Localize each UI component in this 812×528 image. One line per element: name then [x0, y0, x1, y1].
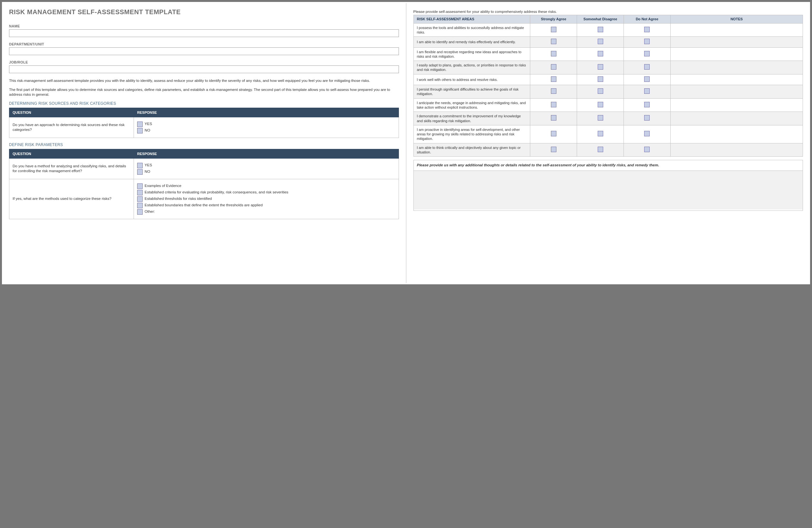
rating-cell	[624, 125, 670, 143]
checkbox-somewhat-disagree[interactable]	[598, 76, 603, 82]
option-criteria: Established criteria for evaluating risk…	[137, 190, 395, 195]
option-thresholds: Established thresholds for risks identif…	[137, 196, 395, 202]
question-cell: If yes, what are the methods used to cat…	[9, 179, 134, 219]
no-label: NO	[145, 128, 150, 133]
name-field[interactable]	[9, 29, 399, 37]
assessment-area-cell: I anticipate the needs, engage in addres…	[414, 98, 530, 112]
notes-cell[interactable]	[670, 74, 803, 85]
dept-label: DEPARTMENT/UNIT	[9, 42, 399, 46]
page-title: RISK MANAGEMENT SELF-ASSESSMENT TEMPLATE	[9, 9, 399, 16]
rating-cell	[577, 37, 624, 47]
checkbox-strongly-agree[interactable]	[551, 115, 556, 121]
option-evidence: Examples of Evidence	[137, 183, 395, 189]
response-cell: YES NO	[134, 117, 398, 138]
right-column: Please provide self-assessment for your …	[406, 2, 810, 284]
checkbox-boundaries[interactable]	[137, 203, 143, 208]
notes-cell[interactable]	[670, 98, 803, 112]
checkbox-do-not-agree[interactable]	[644, 88, 650, 94]
notes-cell[interactable]	[670, 47, 803, 61]
checkbox-strongly-agree[interactable]	[551, 39, 556, 44]
notes-cell[interactable]	[670, 37, 803, 47]
rating-cell	[530, 112, 577, 125]
notes-cell[interactable]	[670, 143, 803, 157]
checkbox-strongly-agree[interactable]	[551, 27, 556, 32]
rating-cell	[530, 125, 577, 143]
checkbox-strongly-agree[interactable]	[551, 131, 556, 136]
job-field[interactable]	[9, 65, 399, 73]
table-row: I anticipate the needs, engage in addres…	[414, 98, 803, 112]
rating-cell	[530, 61, 577, 74]
checkbox-somewhat-disagree[interactable]	[598, 102, 603, 107]
option-boundaries: Established boundaries that define the e…	[137, 203, 395, 208]
rating-cell	[624, 61, 670, 74]
checkbox-somewhat-disagree[interactable]	[598, 88, 603, 94]
checkbox-strongly-agree[interactable]	[551, 102, 556, 107]
col-response: RESPONSE	[134, 149, 398, 158]
option-label: Established thresholds for risks identif…	[145, 196, 212, 201]
assessment-area-cell: I am proactive in identifying areas for …	[414, 125, 530, 143]
checkbox-do-not-agree[interactable]	[644, 147, 650, 152]
notes-cell[interactable]	[670, 85, 803, 99]
no-option: NO	[137, 128, 395, 134]
checkbox-other[interactable]	[137, 209, 143, 215]
checkbox-strongly-agree[interactable]	[551, 147, 556, 152]
dept-field[interactable]	[9, 47, 399, 55]
checkbox-somewhat-disagree[interactable]	[598, 131, 603, 136]
checkbox-do-not-agree[interactable]	[644, 102, 650, 107]
table-row: I demonstrate a commitment to the improv…	[414, 112, 803, 125]
rating-cell	[624, 37, 670, 47]
question-cell: Do you have an approach to determining r…	[9, 117, 134, 138]
checkbox-evidence[interactable]	[137, 183, 143, 189]
option-label: Examples of Evidence	[145, 183, 182, 188]
additional-thoughts-field[interactable]	[414, 171, 803, 210]
rating-cell	[624, 23, 670, 37]
checkbox-strongly-agree[interactable]	[551, 76, 556, 82]
checkbox-yes[interactable]	[137, 122, 143, 127]
checkbox-strongly-agree[interactable]	[551, 88, 556, 94]
assessment-area-cell: I work well with others to address and r…	[414, 74, 530, 85]
job-label: JOB/ROLE	[9, 60, 399, 64]
checkbox-criteria[interactable]	[137, 190, 143, 195]
notes-cell[interactable]	[670, 125, 803, 143]
response-cell: YES NO	[134, 158, 398, 179]
option-label: Other:	[145, 209, 155, 214]
checkbox-no[interactable]	[137, 169, 143, 175]
table-row: I work well with others to address and r…	[414, 74, 803, 85]
rating-cell	[577, 125, 624, 143]
checkbox-do-not-agree[interactable]	[644, 76, 650, 82]
col-question: QUESTION	[9, 108, 134, 117]
notes-cell[interactable]	[670, 61, 803, 74]
checkbox-do-not-agree[interactable]	[644, 51, 650, 56]
checkbox-do-not-agree[interactable]	[644, 64, 650, 70]
table-row: I am flexible and receptive regarding ne…	[414, 47, 803, 61]
checkbox-do-not-agree[interactable]	[644, 27, 650, 32]
checkbox-somewhat-disagree[interactable]	[598, 27, 603, 32]
checkbox-thresholds[interactable]	[137, 196, 143, 202]
checkbox-strongly-agree[interactable]	[551, 51, 556, 56]
notes-cell[interactable]	[670, 23, 803, 37]
checkbox-somewhat-disagree[interactable]	[598, 51, 603, 56]
intro-text: This risk-management self-assessment tem…	[9, 78, 399, 97]
checkbox-somewhat-disagree[interactable]	[598, 39, 603, 44]
checkbox-do-not-agree[interactable]	[644, 39, 650, 44]
checkbox-no[interactable]	[137, 128, 143, 134]
checkbox-do-not-agree[interactable]	[644, 115, 650, 121]
intro-paragraph-2: The first part of this template allows y…	[9, 87, 399, 97]
col-response: RESPONSE	[134, 108, 398, 117]
checkbox-somewhat-disagree[interactable]	[598, 115, 603, 121]
table-row: I am proactive in identifying areas for …	[414, 125, 803, 143]
checkbox-somewhat-disagree[interactable]	[598, 64, 603, 70]
rating-cell	[530, 98, 577, 112]
assessment-instruction: Please provide self-assessment for your …	[414, 10, 803, 14]
rating-cell	[577, 98, 624, 112]
checkbox-somewhat-disagree[interactable]	[598, 147, 603, 152]
checkbox-strongly-agree[interactable]	[551, 64, 556, 70]
checkbox-do-not-agree[interactable]	[644, 131, 650, 136]
option-label: Established boundaries that define the e…	[145, 203, 263, 208]
notes-cell[interactable]	[670, 112, 803, 125]
table-row: I am able to identify and remedy risks e…	[414, 37, 803, 47]
checkbox-yes[interactable]	[137, 163, 143, 168]
question-cell: Do you have a method for analyzing and c…	[9, 158, 134, 179]
document-page: RISK MANAGEMENT SELF-ASSESSMENT TEMPLATE…	[2, 2, 810, 284]
col-strongly-agree: Strongly Agree	[530, 15, 577, 24]
